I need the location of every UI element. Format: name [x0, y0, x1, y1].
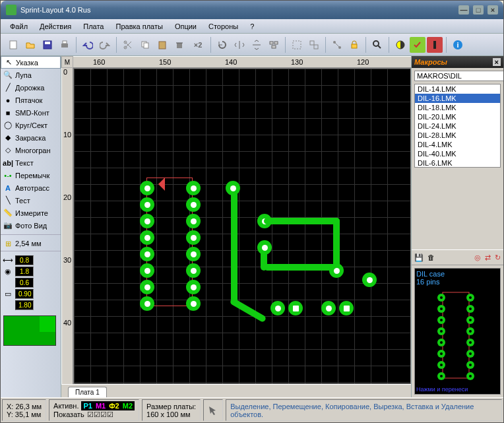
zoom-button[interactable]: [369, 37, 385, 53]
tool-test[interactable]: ╲Тест: [1, 194, 61, 207]
close-button[interactable]: ×: [488, 5, 498, 15]
layers-button[interactable]: [427, 37, 443, 53]
copy-button[interactable]: [137, 37, 153, 53]
duplicate-button[interactable]: ×2: [189, 37, 207, 53]
pcb-pad[interactable]: [140, 181, 154, 195]
macro-file-item[interactable]: DIL-40.LMK: [415, 149, 500, 158]
minimize-button[interactable]: —: [458, 5, 469, 15]
pcb-pad[interactable]: [140, 296, 154, 311]
pcb-pad[interactable]: [186, 181, 201, 195]
menu-actions[interactable]: Действия: [34, 21, 77, 32]
tab-board-1[interactable]: Плата 1: [68, 387, 107, 397]
smd-width-value[interactable]: 0.90: [15, 289, 34, 299]
delete-button[interactable]: [172, 37, 187, 53]
undo-button[interactable]: [80, 37, 96, 53]
pcb-pad[interactable]: [186, 280, 201, 294]
macro-file-item[interactable]: DIL-6.LMK: [415, 158, 500, 168]
lock-button[interactable]: [346, 37, 362, 53]
group-button[interactable]: [289, 37, 305, 53]
macro-delete-button[interactable]: 🗑: [427, 253, 435, 261]
tool-pointer[interactable]: ↖Указка: [1, 56, 61, 69]
pcb-trace[interactable]: [264, 218, 340, 224]
tool-autoroute[interactable]: AАвтотрасс: [1, 181, 61, 194]
mirror-v-button[interactable]: [249, 37, 265, 53]
pcb-pad[interactable]: [140, 214, 154, 228]
pcb-pad[interactable]: [329, 263, 344, 278]
rotate-button[interactable]: [214, 37, 230, 53]
smd-height-value[interactable]: 1.80: [15, 300, 34, 310]
macro-save-button[interactable]: 💾: [414, 253, 424, 262]
open-button[interactable]: [22, 37, 38, 53]
pcb-trace[interactable]: [264, 264, 340, 271]
tool-track[interactable]: ╱Дорожка: [1, 81, 61, 94]
print-button[interactable]: [57, 37, 73, 53]
macro-file-item[interactable]: DIL-18.LMK: [415, 103, 500, 112]
pcb-pad[interactable]: [257, 240, 272, 255]
pcb-pad[interactable]: [140, 280, 154, 294]
tool-fill[interactable]: ◆Закраска: [1, 131, 61, 144]
panel-close-button[interactable]: ×: [493, 58, 501, 66]
macro-file-item[interactable]: DIL-20.LMK: [415, 112, 500, 121]
pcb-pad[interactable]: [186, 247, 201, 261]
pcb-pad[interactable]: [140, 230, 154, 245]
contrast-button[interactable]: [393, 37, 408, 53]
macro-file-item[interactable]: DIL-28.LMK: [415, 131, 500, 140]
pcb-pad[interactable]: [186, 263, 201, 278]
cut-button[interactable]: [120, 37, 136, 53]
pcb-pad[interactable]: [288, 301, 303, 315]
pcb-pad[interactable]: [186, 197, 201, 212]
pcb-canvas[interactable]: [73, 68, 411, 384]
macro-file-item[interactable]: DIL-24.LMK: [415, 121, 500, 131]
pcb-pad[interactable]: [339, 301, 354, 315]
mirror-h-button[interactable]: [232, 37, 247, 53]
pcb-pad[interactable]: [321, 301, 336, 315]
pcb-pad[interactable]: [186, 230, 201, 245]
pcb-pad[interactable]: [270, 301, 285, 315]
pcb-trace[interactable]: [333, 218, 340, 271]
tool-pad[interactable]: ●Пятачок: [1, 94, 61, 106]
menu-options[interactable]: Опции: [170, 21, 202, 32]
hole-value[interactable]: 0.6: [15, 278, 34, 288]
macro-file-item[interactable]: DIL-14.LMK: [415, 84, 500, 94]
tool-smd[interactable]: ■SMD-Конт: [1, 106, 61, 119]
pcb-pad[interactable]: [362, 273, 377, 287]
ungroup-button[interactable]: [306, 37, 322, 53]
macro-target-button[interactable]: ◎: [474, 253, 481, 262]
menu-file[interactable]: Файл: [5, 21, 33, 32]
menu-board[interactable]: Плата: [78, 21, 109, 32]
pad-diameter-value[interactable]: 1.8: [15, 267, 34, 277]
save-button[interactable]: [40, 37, 55, 53]
menu-edit[interactable]: Правка платы: [110, 21, 168, 32]
track-width-value[interactable]: 0.8: [15, 255, 34, 265]
new-button[interactable]: [5, 37, 21, 53]
paste-button[interactable]: [154, 37, 170, 53]
menu-help[interactable]: ?: [245, 21, 259, 32]
macro-flip-button[interactable]: ⇄: [485, 253, 491, 262]
pcb-pad[interactable]: [140, 197, 154, 212]
macro-path-input[interactable]: [414, 71, 503, 81]
macro-file-item[interactable]: DIL-16.LMK: [415, 94, 500, 103]
board-overview[interactable]: [3, 315, 56, 346]
maximize-button[interactable]: □: [473, 5, 484, 15]
tool-zoom[interactable]: 🔍Лупа: [1, 69, 61, 81]
pcb-pad[interactable]: [140, 263, 154, 278]
connections-button[interactable]: [329, 37, 345, 53]
macro-preview[interactable]: DIL case 16 pins Н: [414, 268, 501, 395]
menu-sides[interactable]: Стороны: [203, 21, 243, 32]
grid-setting[interactable]: ⊞2,54 мм: [3, 239, 58, 248]
tool-jumper[interactable]: •-•Перемычк: [1, 169, 61, 181]
status-layers[interactable]: Активн. Р1 М1 Ф2 М2 Показать☑☑☑☑: [49, 399, 139, 421]
pcb-pad[interactable]: [186, 214, 201, 228]
pcb-trace[interactable]: [231, 191, 237, 304]
tool-text[interactable]: ab|Текст: [1, 156, 61, 169]
info-button[interactable]: i: [450, 37, 466, 53]
align-button[interactable]: [266, 37, 282, 53]
tool-poly[interactable]: ◇Многогран: [1, 144, 61, 156]
ruler-origin[interactable]: M: [61, 56, 73, 68]
macro-rotate-button[interactable]: ↻: [495, 253, 501, 262]
drc-button[interactable]: [410, 37, 425, 53]
tool-circle[interactable]: ◯Круг/Сект: [1, 119, 61, 131]
pcb-pad[interactable]: [186, 296, 201, 311]
macro-file-item[interactable]: DIL-4.LMK: [415, 140, 500, 149]
tool-photo[interactable]: 📷Фото Вид: [1, 219, 61, 232]
